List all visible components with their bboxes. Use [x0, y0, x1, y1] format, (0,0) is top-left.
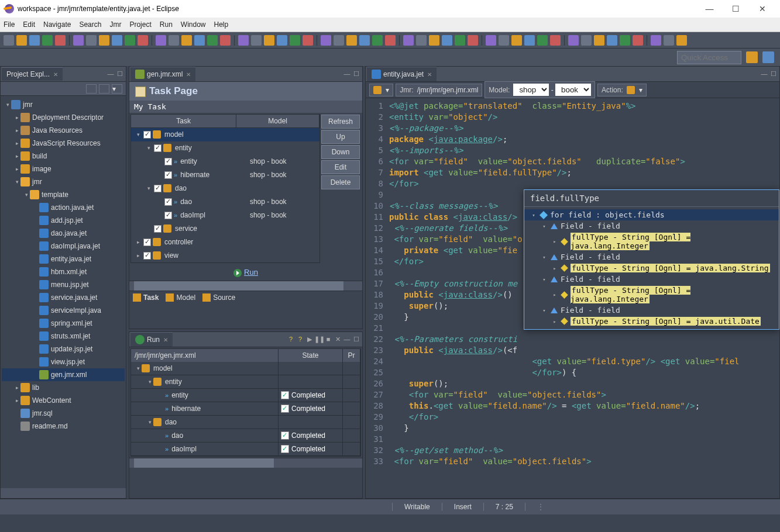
code-area[interactable]: 1234567891011121314151617181920212223242… — [366, 98, 779, 498]
toolbar-icon[interactable] — [220, 35, 231, 46]
toolbar-icon[interactable] — [486, 35, 496, 46]
minimize-button[interactable]: — — [696, 1, 723, 17]
toolbar-icon[interactable] — [455, 35, 465, 46]
h-scrollbar[interactable] — [129, 281, 362, 291]
stop-icon[interactable]: ■ — [324, 336, 333, 343]
toolbar-icon[interactable] — [181, 35, 192, 46]
maximize-button[interactable]: ☐ — [723, 1, 749, 17]
tree-row[interactable]: ▾jmr — [2, 98, 125, 111]
task-row[interactable]: »hibernateshop - book — [131, 168, 319, 182]
tree-row[interactable]: daoImpl.java.jet — [2, 240, 125, 253]
toolbar-icon[interactable] — [112, 35, 122, 46]
toolbar-icon[interactable] — [55, 35, 66, 46]
task-row[interactable]: ▾entity — [131, 141, 319, 155]
run-row[interactable]: ▾model — [131, 362, 360, 375]
popup-row[interactable]: ▾Field - field — [524, 274, 779, 285]
menu-search[interactable]: Search — [79, 20, 101, 29]
toolbar-icon[interactable] — [511, 35, 522, 46]
menu-jmr[interactable]: Jmr — [109, 20, 121, 29]
toolbar-icon[interactable] — [334, 35, 344, 46]
help-icon[interactable]: ? — [286, 336, 295, 343]
tree-row[interactable]: ▸Deployment Descriptor — [2, 111, 125, 124]
bottom-tab-source[interactable]: Source — [202, 293, 235, 302]
tree-row[interactable]: gen.jmr.xml — [2, 368, 125, 381]
tree-row[interactable]: spring.xml.jet — [2, 317, 125, 330]
up-button[interactable]: Up — [321, 130, 360, 144]
toolbar-icon[interactable] — [385, 35, 396, 46]
project-tree[interactable]: ▾jmr▸Deployment Descriptor▸Java Resource… — [1, 96, 126, 488]
popup-row[interactable]: ▸fullType - String [Ognl] = java.lang.In… — [524, 232, 779, 251]
action-box[interactable]: Action: ▾ — [597, 84, 647, 96]
tree-row[interactable]: ▾template — [2, 188, 125, 201]
popup-body[interactable]: ▾for field : object.fields▾Field - field… — [524, 207, 779, 329]
tree-row[interactable]: view.jsp.jet — [2, 355, 125, 368]
collapse-all-icon[interactable] — [86, 84, 97, 94]
popup-row[interactable]: ▸fullType - String [Ognl] = java.lang.St… — [524, 262, 779, 274]
toolbar-icon[interactable] — [594, 35, 604, 46]
refresh-button[interactable]: Refresh — [321, 115, 360, 129]
toolbar-icon[interactable] — [42, 35, 53, 46]
run-row[interactable]: »daoCompleted — [131, 429, 360, 443]
toolbar-icon[interactable] — [550, 35, 561, 46]
task-row[interactable]: ▸view — [131, 249, 319, 262]
delete-button[interactable]: Delete — [321, 175, 360, 189]
link-editor-icon[interactable] — [99, 84, 109, 94]
task-row[interactable]: ▸controller — [131, 236, 319, 249]
minimize-view-icon[interactable]: — — [760, 70, 769, 78]
task-row[interactable]: »daoImplshop - book — [131, 209, 319, 222]
close-icon[interactable]: ✕ — [186, 71, 191, 78]
tree-row[interactable]: jmr.sql — [2, 407, 125, 420]
close-icon[interactable]: ✕ — [427, 71, 432, 78]
jmr-path-box[interactable]: Jmr: /jmr/jmr/gen.jmr.xml — [396, 84, 482, 96]
toolbar-icon[interactable] — [524, 35, 535, 46]
toolbar-icon[interactable] — [429, 35, 439, 46]
toolbar-icon[interactable] — [499, 35, 509, 46]
quick-access-input[interactable] — [677, 51, 741, 64]
toolbar-icon[interactable] — [651, 35, 661, 46]
bottom-tab-task[interactable]: Task — [133, 293, 159, 302]
toolbar-icon[interactable] — [290, 35, 300, 46]
play-icon[interactable]: ▶ — [305, 336, 314, 343]
tree-row[interactable]: ▸Java Resources — [2, 124, 125, 137]
tree-row[interactable]: dao.java.jet — [2, 227, 125, 240]
jmr-action-dropdown[interactable]: ▾ — [369, 84, 393, 96]
toolbar-icon[interactable] — [468, 35, 478, 46]
toolbar-icon[interactable] — [372, 35, 383, 46]
toolbar-icon[interactable] — [620, 35, 630, 46]
tree-row[interactable]: menu.jsp.jet — [2, 278, 125, 291]
toolbar-icon[interactable] — [303, 35, 313, 46]
toolbar-icon[interactable] — [194, 35, 205, 46]
toolbar-icon[interactable] — [676, 35, 687, 46]
maximize-view-icon[interactable]: ☐ — [115, 70, 125, 78]
menu-run[interactable]: Run — [160, 20, 173, 29]
toolbar-icon[interactable] — [125, 35, 135, 46]
run-link[interactable]: Run — [244, 268, 258, 277]
task-row[interactable]: »entityshop - book — [131, 155, 319, 168]
toolbar-icon[interactable] — [264, 35, 274, 46]
tree-row[interactable]: ▸WebContent — [2, 394, 125, 407]
toolbar-icon[interactable] — [581, 35, 592, 46]
toolbar-icon[interactable] — [403, 35, 414, 46]
toolbar-icon[interactable] — [416, 35, 427, 46]
toolbar-icon[interactable] — [664, 35, 674, 46]
toolbar-icon[interactable] — [99, 35, 109, 46]
toolbar-icon[interactable] — [633, 35, 643, 46]
run-row[interactable]: »hibernateCompleted — [131, 402, 360, 416]
toolbar-icon[interactable] — [4, 35, 14, 46]
pause-icon[interactable]: ❚❚ — [314, 336, 324, 343]
toolbar-icon[interactable] — [29, 35, 40, 46]
run-row[interactable]: »daoImplCompleted — [131, 443, 360, 456]
close-button[interactable]: ✕ — [749, 1, 775, 17]
tree-row[interactable]: entity.java.jet — [2, 253, 125, 265]
tab-run[interactable]: Run ✕ — [130, 332, 173, 347]
tree-row[interactable]: ▸image — [2, 163, 125, 175]
tree-row[interactable]: ▸JavaScript Resources — [2, 137, 125, 150]
help-icon-2[interactable]: ? — [295, 336, 305, 343]
menu-window[interactable]: Window — [181, 20, 206, 29]
h-scrollbar[interactable] — [129, 458, 362, 468]
view-menu-icon[interactable]: ▾ — [112, 84, 122, 94]
tree-row[interactable]: ▸lib — [2, 381, 125, 394]
close-icon[interactable]: ✕ — [53, 71, 58, 78]
minimize-view-icon[interactable]: — — [342, 336, 352, 343]
tree-row[interactable]: hbm.xml.jet — [2, 265, 125, 278]
